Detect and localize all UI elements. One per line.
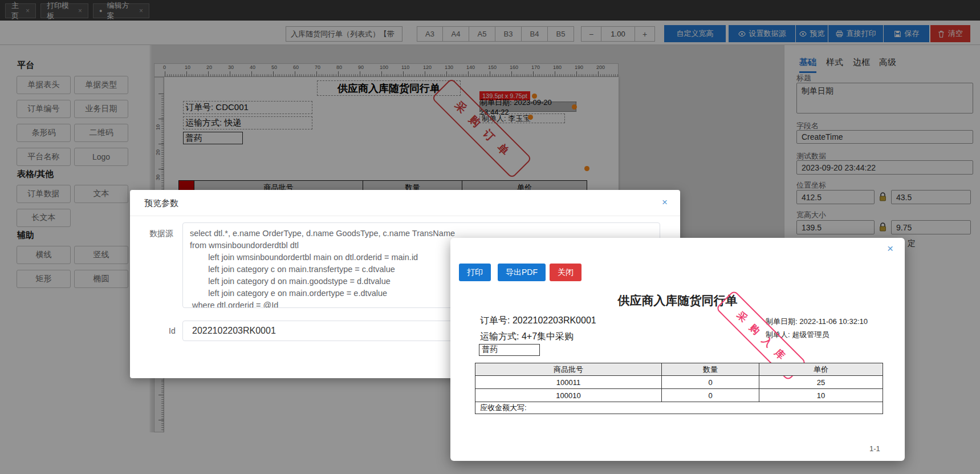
cell-batch: 100010: [475, 389, 662, 402]
datasource-label: 数据源: [149, 229, 173, 239]
close-preview-button[interactable]: 关闭: [550, 264, 582, 281]
preview-order-no: 订单号: 2022102203RK0001: [480, 315, 596, 327]
cell-qty: 0: [662, 376, 759, 389]
print-preview-modal: × 打印 导出PDF 关闭 供应商入库随货同行单 订单号: 2022102203…: [450, 238, 905, 461]
preview-create-date: 制单日期: 2022-11-06 10:32:10: [766, 317, 868, 327]
cell-qty: 0: [662, 389, 759, 402]
preview-th-qty: 数量: [662, 363, 759, 376]
cell-batch: 100011: [475, 376, 662, 389]
export-pdf-button[interactable]: 导出PDF: [498, 264, 546, 281]
preview-th-batch: 商品批号: [475, 363, 662, 376]
modal-title: 预览参数: [144, 198, 178, 209]
app-root: 主页 × 打印模板 × ● 编辑方案 × 入库随货同行单（列表式）【带 A3 A…: [0, 0, 980, 474]
print-button[interactable]: 打印: [459, 264, 491, 281]
modal-header: 预览参数 ×: [130, 190, 680, 216]
close-icon[interactable]: ×: [662, 197, 668, 208]
preview-drug-type: 普药: [479, 344, 540, 356]
close-icon[interactable]: ×: [887, 242, 893, 255]
preview-transport: 运输方式: 4+7集中采购: [480, 331, 574, 343]
table-row: 100011 0 25: [475, 376, 883, 389]
preview-table: 商品批号 数量 单价 100011 0 25 100010 0 10 应收金额大…: [475, 363, 883, 414]
table-footer-row: 应收金额大写:: [475, 402, 883, 414]
id-label: Id: [169, 326, 176, 335]
page-indicator: 1-1: [869, 444, 880, 453]
cell-price: 10: [759, 389, 883, 402]
preview-table-footer: 应收金额大写:: [475, 402, 883, 414]
table-row: 100010 0 10: [475, 389, 883, 402]
cell-price: 25: [759, 376, 883, 389]
preview-doc-title: 供应商入库随货同行单: [450, 293, 905, 309]
preview-th-price: 单价: [759, 363, 883, 376]
